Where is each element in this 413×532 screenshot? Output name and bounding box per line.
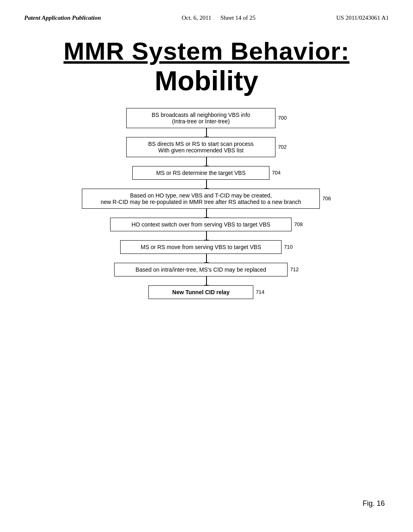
sub-title: Mobility bbox=[63, 66, 349, 96]
main-title: MMR System Behavior: bbox=[63, 37, 349, 65]
flow-box-704: MS or RS determine the target VBS bbox=[132, 166, 269, 180]
node-710-number: 710 bbox=[284, 244, 293, 250]
node-712-text: Based on intra/inter-tree, MS's CID may … bbox=[136, 266, 266, 273]
arrow-706-708 bbox=[206, 209, 207, 218]
flow-section-714: New Tunnel CID relay 714 bbox=[45, 285, 368, 299]
node-712-number: 712 bbox=[290, 266, 299, 272]
patent-number: US 2011/0243061 A1 bbox=[336, 15, 389, 21]
node-row-706: Based on HO type, new VBS and T-CID may … bbox=[82, 189, 331, 209]
flow-section-712: Based on intra/inter-tree, MS's CID may … bbox=[45, 263, 368, 285]
flow-section-700: BS broadcasts all neighboring VBS info(I… bbox=[45, 108, 368, 137]
flow-box-702: BS directs MS or RS to start scan proces… bbox=[126, 137, 275, 157]
node-702-number: 702 bbox=[278, 144, 287, 150]
node-700-number: 700 bbox=[278, 115, 287, 121]
flow-section-702: BS directs MS or RS to start scan proces… bbox=[45, 137, 368, 166]
node-710-text: MS or RS move from serving VBS to target… bbox=[141, 244, 261, 250]
node-700-text: BS broadcasts all neighboring VBS info(I… bbox=[152, 112, 250, 125]
flow-box-706: Based on HO type, new VBS and T-CID may … bbox=[82, 189, 320, 209]
arrow-700-702 bbox=[206, 128, 207, 137]
node-706-number: 706 bbox=[322, 195, 331, 202]
arrow-704-706 bbox=[206, 180, 207, 189]
sheet-info: Sheet 14 of 25 bbox=[221, 15, 256, 21]
publication-date: Oct. 6, 2011 bbox=[181, 15, 211, 21]
flow-section-710: MS or RS move from serving VBS to target… bbox=[45, 240, 368, 263]
flow-box-714: New Tunnel CID relay bbox=[148, 285, 253, 299]
node-row-704: MS or RS determine the target VBS 704 bbox=[132, 166, 281, 180]
node-714-text: New Tunnel CID relay bbox=[172, 289, 229, 295]
node-708-text: HO context switch over from serving VBS … bbox=[131, 221, 270, 228]
flow-box-708: HO context switch over from serving VBS … bbox=[110, 218, 292, 231]
node-706-text: Based on HO type, new VBS and T-CID may … bbox=[101, 192, 301, 205]
node-row-714: New Tunnel CID relay 714 bbox=[148, 285, 265, 299]
flowchart: BS broadcasts all neighboring VBS info(I… bbox=[45, 108, 368, 299]
arrow-712-714 bbox=[206, 276, 207, 285]
arrow-702-704 bbox=[206, 157, 207, 166]
node-row-708: HO context switch over from serving VBS … bbox=[110, 218, 303, 231]
flow-box-700: BS broadcasts all neighboring VBS info(I… bbox=[126, 108, 275, 128]
arrow-708-710 bbox=[206, 231, 207, 240]
flow-section-704: MS or RS determine the target VBS 704 bbox=[45, 166, 368, 189]
flow-box-710: MS or RS move from serving VBS to target… bbox=[120, 240, 282, 254]
node-row-702: BS directs MS or RS to start scan proces… bbox=[126, 137, 287, 157]
flow-section-708: HO context switch over from serving VBS … bbox=[45, 218, 368, 240]
flow-box-712: Based on intra/inter-tree, MS's CID may … bbox=[114, 263, 288, 276]
node-704-number: 704 bbox=[272, 170, 281, 176]
node-702-text: BS directs MS or RS to start scan proces… bbox=[148, 141, 253, 154]
node-row-700: BS broadcasts all neighboring VBS info(I… bbox=[126, 108, 287, 128]
publication-label: Patent Application Publication bbox=[24, 15, 101, 21]
node-714-number: 714 bbox=[256, 289, 265, 295]
title-section: MMR System Behavior: Mobility bbox=[63, 37, 349, 96]
fig-label: Fig. 16 bbox=[363, 499, 385, 508]
node-704-text: MS or RS determine the target VBS bbox=[156, 170, 246, 176]
node-row-712: Based on intra/inter-tree, MS's CID may … bbox=[114, 263, 299, 276]
flow-section-706: Based on HO type, new VBS and T-CID may … bbox=[45, 189, 368, 218]
node-row-710: MS or RS move from serving VBS to target… bbox=[120, 240, 293, 254]
page-header: Patent Application Publication Oct. 6, 2… bbox=[0, 0, 413, 21]
header-center: Oct. 6, 2011 Sheet 14 of 25 bbox=[181, 15, 255, 21]
node-708-number: 708 bbox=[294, 221, 303, 227]
arrow-710-712 bbox=[206, 254, 207, 263]
main-content: MMR System Behavior: Mobility BS broadca… bbox=[0, 21, 413, 299]
